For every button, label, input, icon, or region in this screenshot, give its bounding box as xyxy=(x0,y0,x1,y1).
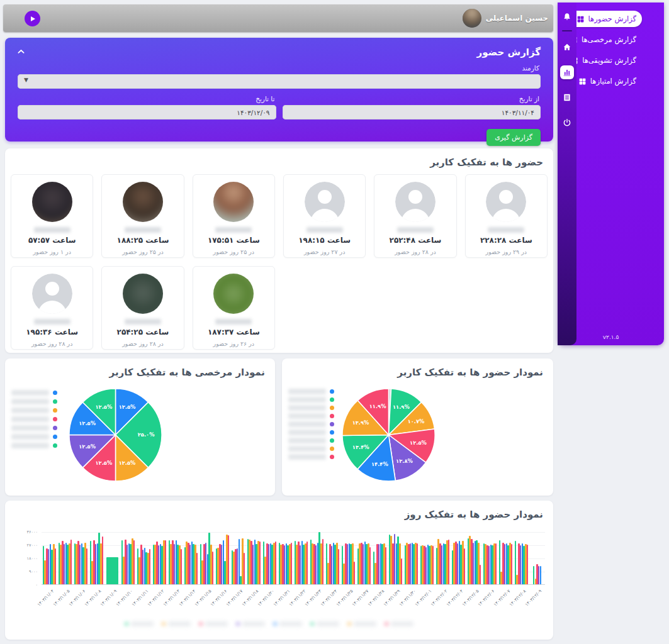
bar xyxy=(300,545,301,584)
legend-item xyxy=(288,430,334,435)
from-date-input[interactable] xyxy=(283,105,541,119)
days-value: در ۲۸ روز حضور xyxy=(122,340,163,347)
legend-dot xyxy=(236,622,240,626)
bar-group xyxy=(356,541,372,584)
blurred-legend-name xyxy=(11,416,49,422)
bar xyxy=(244,553,245,584)
hours-value: ۱۹۸:۱۵ ساعت xyxy=(298,236,351,245)
bar xyxy=(228,535,229,584)
bar xyxy=(79,545,81,584)
blurred-legend-name xyxy=(317,621,339,626)
bar xyxy=(432,546,434,584)
user-card: ۱۷۵:۵۱ ساعتدر ۲۵ روز حضور xyxy=(193,174,275,258)
grid-icon xyxy=(578,77,587,86)
bar xyxy=(165,540,166,584)
hours-value: ۲۵۲:۴۸ ساعت xyxy=(390,236,442,245)
user-card: ۲۵۲:۴۸ ساعتدر ۲۸ روز حضور xyxy=(374,174,456,258)
chevron-down-icon: ▼ xyxy=(24,77,28,83)
legend-dot xyxy=(330,430,334,435)
legend-dot xyxy=(330,397,334,402)
bar xyxy=(70,540,72,584)
bar-group xyxy=(372,543,388,584)
legend-dot xyxy=(53,399,57,404)
bar xyxy=(86,548,87,584)
legend-dot xyxy=(53,417,57,421)
bar-group xyxy=(293,541,309,584)
bar xyxy=(347,544,348,584)
bar-group xyxy=(57,540,73,584)
report-icon[interactable] xyxy=(560,91,574,104)
legend-dot xyxy=(53,426,57,430)
gridline xyxy=(42,532,545,533)
bar xyxy=(354,562,355,584)
hours-value: ۱۸۷:۳۷ ساعت xyxy=(208,328,260,336)
legend-item xyxy=(288,413,334,419)
bar-group xyxy=(167,540,183,584)
legend-dot xyxy=(330,422,334,426)
blurred-legend-name xyxy=(205,621,228,626)
legend-item xyxy=(288,454,334,460)
blurred-legend-name xyxy=(11,434,49,440)
chart-title: نمودار حضور ها به تفکیک کاربر xyxy=(282,358,553,378)
legend-item xyxy=(162,621,191,626)
to-date-input[interactable] xyxy=(18,105,276,119)
employee-label: کارمند xyxy=(19,64,539,72)
blurred-legend-name xyxy=(11,390,49,396)
bar xyxy=(488,546,490,584)
user-card: ۱۸۷:۳۷ ساعتدر ۲۶ روز حضور xyxy=(193,266,275,350)
bar xyxy=(480,565,481,585)
legend-dot xyxy=(53,391,57,395)
blurred-legend-name xyxy=(288,438,326,443)
play-button[interactable] xyxy=(25,11,40,26)
blurred-photo xyxy=(32,182,72,222)
bar xyxy=(55,548,56,584)
user-cards-row-2: ۱۸۷:۳۷ ساعتدر ۲۶ روز حضور۲۵۴:۲۵ ساعتدر ۲… xyxy=(5,258,553,350)
bar xyxy=(259,541,261,584)
blurred-legend-name xyxy=(168,621,191,626)
bar xyxy=(64,544,65,584)
blurred-legend-name xyxy=(288,430,326,435)
legend-dot xyxy=(162,622,166,626)
employee-select[interactable]: ▼ xyxy=(18,74,541,89)
bar xyxy=(533,566,534,584)
bar-group xyxy=(325,543,340,585)
attendance-by-day-panel: نمودار حضور ها به تفکیک روز ۳۶۰۰۰۲۷۰۰۰۱۸… xyxy=(5,501,553,640)
legend-item xyxy=(288,438,334,443)
grid-icon xyxy=(576,15,585,23)
hours-value: ۱۹۵:۳۶ ساعت xyxy=(26,328,78,336)
blurred-legend-name xyxy=(242,621,265,626)
attendance-report-filter-panel: گزارش حضور کارمند ▼ از تاریخ تا تاریخ گز… xyxy=(5,38,553,142)
legend-dot xyxy=(385,622,388,626)
y-axis-label: ۰ xyxy=(16,582,38,587)
legend-item xyxy=(11,443,57,448)
home-icon[interactable] xyxy=(560,40,574,54)
avatar xyxy=(463,9,481,28)
bar xyxy=(338,549,339,584)
blurred-photo xyxy=(123,274,163,314)
attendance-by-user-panel: حضور ها به تفکیک کاربر ۲۲۸:۲۸ ساعتدر ۲۹ … xyxy=(5,148,553,353)
bar xyxy=(133,540,135,584)
bar xyxy=(205,543,206,585)
sidebar: گزارش حضورهاگزارش مرخصی‌هاگزارش تشویقی‌ه… xyxy=(558,3,664,345)
pie-slice-label: ۱۲.۵% xyxy=(96,404,113,410)
blurred-legend-name xyxy=(279,621,302,626)
topbar-user[interactable]: حسین اسماعیلی xyxy=(463,9,548,28)
bar-group xyxy=(340,543,356,584)
pie-slice-label: ۱۲.۵% xyxy=(79,443,96,450)
bar-group xyxy=(199,533,215,584)
collapse-chevron-icon[interactable] xyxy=(18,49,25,54)
legend-item xyxy=(11,390,57,396)
user-avatar xyxy=(213,274,254,314)
bar-group xyxy=(419,545,435,584)
bar-group xyxy=(514,541,529,584)
bar-group xyxy=(451,541,466,584)
power-icon[interactable] xyxy=(560,116,574,130)
days-value: در ۲۵ روز حضور xyxy=(122,248,163,255)
bar xyxy=(520,545,521,584)
bar-chart-icon[interactable] xyxy=(560,65,574,79)
legend-item xyxy=(273,621,302,626)
user-avatar xyxy=(123,274,163,314)
bar xyxy=(378,544,379,584)
bell-icon[interactable] xyxy=(560,10,574,24)
generate-report-button[interactable]: گزارش گیری xyxy=(486,129,541,146)
